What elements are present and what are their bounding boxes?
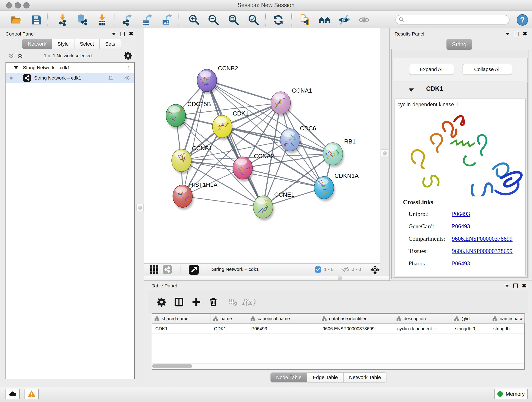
network-graph[interactable]: CCNB2CCNA1CDC25BCDK1CDC6RB1CCNB1CCNA2CDK… xyxy=(144,28,380,263)
detach-view-icon[interactable] xyxy=(189,265,199,275)
add-column-icon[interactable] xyxy=(190,296,202,308)
results-panel-close-icon[interactable]: ✖ xyxy=(523,32,527,36)
crosslink-link[interactable]: 9606.ENSP00000378699 xyxy=(452,235,513,242)
column-header-shared-name[interactable]: shared name xyxy=(152,314,211,323)
network-list: String Network – cdk1 1 String Network –… xyxy=(6,62,135,379)
import-network-from-database-button[interactable] xyxy=(75,13,88,26)
network-collection-row[interactable]: String Network – cdk1 1 xyxy=(6,63,134,73)
warnings-button[interactable] xyxy=(25,389,39,399)
crosslink-link[interactable]: P06493 xyxy=(452,223,470,230)
tab-sets[interactable]: Sets xyxy=(100,39,121,49)
column-header-database-identifier[interactable]: database identifier xyxy=(319,314,394,323)
expand-all-button[interactable]: Expand All xyxy=(409,64,454,75)
network-row-selected[interactable]: String Network – cdk1 11 48 xyxy=(6,73,134,83)
network-options-gear-icon[interactable] xyxy=(124,51,133,61)
network-node-CCNA2[interactable] xyxy=(233,157,254,182)
import-table-from-file-button[interactable] xyxy=(96,13,109,26)
export-table-button[interactable] xyxy=(140,13,153,26)
table-cell[interactable]: P06493 xyxy=(248,324,319,333)
column-header-namespace[interactable]: namespace xyxy=(490,314,525,323)
right-splitter[interactable] xyxy=(380,28,389,281)
help-button[interactable]: ? xyxy=(516,13,529,26)
column-header-name[interactable]: name xyxy=(211,314,248,323)
export-image-button[interactable] xyxy=(160,13,173,26)
table-row[interactable]: CDK1CDK1P064939606.ENSP00000378699cyclin… xyxy=(152,324,524,334)
network-node-CCNB2[interactable] xyxy=(197,69,218,94)
grid-view-icon[interactable] xyxy=(149,265,159,274)
search-field[interactable] xyxy=(395,15,510,25)
table-panel-float-icon[interactable] xyxy=(513,283,518,288)
import-network-from-file-button[interactable] xyxy=(56,13,69,26)
control-panel-menu-icon[interactable] xyxy=(112,33,116,35)
control-panel-close-icon[interactable]: ✖ xyxy=(129,32,133,36)
network-edge[interactable] xyxy=(183,80,207,196)
column-header-description[interactable]: description xyxy=(394,314,452,323)
results-panel-menu-icon[interactable] xyxy=(506,33,510,35)
column-type-icon xyxy=(396,316,401,321)
column-header-canonical-name[interactable]: canonical name xyxy=(248,314,319,323)
table-cell[interactable]: cyclin-dependent ... xyxy=(394,324,452,333)
table-cell[interactable]: stringdb xyxy=(490,324,525,333)
network-node-RB1[interactable] xyxy=(323,143,344,167)
new-network-from-selection-button[interactable] xyxy=(298,13,311,26)
network-node-CDC6[interactable] xyxy=(280,128,301,153)
tab-style[interactable]: Style xyxy=(52,39,75,49)
results-panel-float-icon[interactable] xyxy=(514,32,519,36)
zoom-in-button[interactable] xyxy=(188,13,201,26)
birdseye-crosshair-icon[interactable] xyxy=(370,265,380,274)
selected-checkbox-icon[interactable] xyxy=(315,266,322,273)
tab-network[interactable]: Network xyxy=(22,39,52,49)
network-edge[interactable] xyxy=(183,196,263,207)
table-gear-icon[interactable] xyxy=(156,296,167,308)
cloud-button[interactable] xyxy=(6,389,20,399)
hidden-eye-slash-icon[interactable] xyxy=(342,266,350,274)
tab-string[interactable]: String xyxy=(446,39,472,50)
table-horizontal-scrollbar[interactable] xyxy=(152,364,524,369)
search-input[interactable] xyxy=(404,17,504,23)
network-node-CDKN1A[interactable] xyxy=(314,177,335,201)
collection-expand-icon[interactable] xyxy=(14,66,18,69)
node-table[interactable]: shared namenamecanonical namedatabase id… xyxy=(152,313,525,370)
network-canvas[interactable]: CCNB2CCNA1CDC25BCDK1CDC6RB1CCNB1CCNA2CDK… xyxy=(144,28,380,263)
network-node-CCNA1[interactable] xyxy=(271,92,292,116)
table-panel-menu-icon[interactable] xyxy=(505,285,509,287)
save-session-button[interactable] xyxy=(30,13,43,26)
crosslink-link[interactable]: P06493 xyxy=(452,211,470,217)
table-cell[interactable]: 9606.ENSP00000378699 xyxy=(319,324,394,333)
network-node-CDC25B[interactable] xyxy=(166,104,187,129)
expand-collapse-strip: Expand All Collapse All xyxy=(393,58,528,81)
zoom-selected-button[interactable] xyxy=(247,13,260,26)
zoom-fit-content-button[interactable] xyxy=(227,13,240,26)
first-neighbors-button[interactable] xyxy=(318,13,331,26)
collapse-all-button[interactable]: Collapse All xyxy=(462,64,512,75)
zoom-out-button[interactable] xyxy=(207,13,220,26)
tab-edge-table[interactable]: Edge Table xyxy=(307,372,344,383)
column-header-@id[interactable]: @id xyxy=(452,314,490,323)
tab-network-table[interactable]: Network Table xyxy=(344,372,387,383)
refresh-view-button[interactable] xyxy=(272,13,285,26)
export-network-button[interactable] xyxy=(120,13,133,26)
table-panel-close-icon[interactable]: ✖ xyxy=(522,284,526,288)
node-label-CDC6: CDC6 xyxy=(300,125,316,132)
table-cell[interactable]: stringdb:9... xyxy=(452,324,490,333)
show-all-icon-button[interactable] xyxy=(357,13,370,26)
network-node-CCNE1[interactable] xyxy=(253,196,274,220)
scrollbar-thumb[interactable] xyxy=(152,364,192,368)
delete-column-icon[interactable] xyxy=(207,296,219,308)
memory-button[interactable]: Memory xyxy=(494,389,528,399)
table-cell[interactable]: CDK1 xyxy=(152,324,211,333)
left-splitter[interactable] xyxy=(136,28,144,387)
table-cell[interactable]: CDK1 xyxy=(211,324,248,333)
network-node-CDK1[interactable] xyxy=(212,115,233,140)
gene-collapse-icon[interactable] xyxy=(409,89,414,92)
crosslink-link[interactable]: P06493 xyxy=(452,260,470,267)
network-edge[interactable] xyxy=(207,80,281,103)
open-session-button[interactable] xyxy=(10,13,22,26)
tab-select[interactable]: Select xyxy=(75,39,100,49)
show-columns-icon[interactable] xyxy=(173,296,185,308)
tab-node-table[interactable]: Node Table xyxy=(270,372,307,383)
network-view-share-icon[interactable] xyxy=(163,265,172,274)
crosslink-link[interactable]: 9606.ENSP00000378699 xyxy=(452,248,513,255)
hide-selected-icon-button[interactable] xyxy=(337,13,350,26)
control-panel-float-icon[interactable] xyxy=(120,32,125,36)
